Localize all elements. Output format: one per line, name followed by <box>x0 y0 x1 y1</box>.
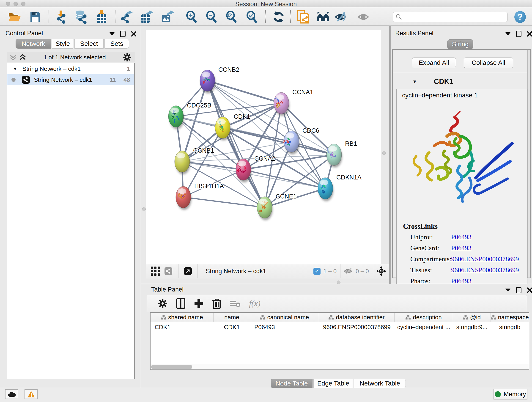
panel-menu-icon[interactable] <box>505 288 510 292</box>
crosslink-link[interactable]: 9606.ENSP00000378699 <box>451 255 519 263</box>
open-in-browser-icon[interactable] <box>184 267 192 275</box>
cell-description[interactable]: cyclin–dependent ... <box>394 322 453 332</box>
delete-column-icon[interactable] <box>212 298 221 309</box>
open-session-button[interactable] <box>8 11 21 23</box>
network-node-CDKN1A[interactable] <box>318 178 333 201</box>
cloud-sync-button[interactable] <box>5 389 18 399</box>
tab-sets[interactable]: Sets <box>104 39 129 49</box>
float-panel-icon[interactable] <box>516 31 521 37</box>
network-collection-row[interactable]: ▼ String Network – cdk1 1 <box>7 63 134 74</box>
import-network-button[interactable] <box>55 11 67 23</box>
column-header-namespace[interactable]: namespace <box>491 313 529 322</box>
close-panel-icon[interactable] <box>527 31 532 37</box>
apply-layout-button[interactable] <box>272 11 285 23</box>
crosslink-link[interactable]: 9606.ENSP00000378699 <box>451 266 519 274</box>
cell-id[interactable]: stringdb:9... <box>453 322 491 332</box>
gene-expand-icon[interactable]: ▼ <box>412 79 417 84</box>
network-node-CDC25B[interactable] <box>168 106 184 129</box>
network-node-CCNB2[interactable] <box>200 70 215 94</box>
tab-style[interactable]: Style <box>52 39 73 49</box>
collection-expand-icon[interactable]: ▼ <box>13 66 17 71</box>
expand-all-networks-icon[interactable] <box>19 53 27 61</box>
panel-splitter[interactable] <box>389 26 391 284</box>
cell-namespace[interactable]: stringdb <box>491 322 529 332</box>
table-horizontal-scrollbar[interactable] <box>151 364 529 370</box>
network-canvas[interactable]: CCNB2CCNA1CDC25BCDK1CDC6RB1CCNB1CCNA2CDK… <box>146 30 381 264</box>
zoom-in-button[interactable] <box>185 11 198 23</box>
delete-table-icon[interactable] <box>230 300 240 307</box>
column-header-name[interactable]: name <box>214 313 250 322</box>
hide-graphics-details-button[interactable] <box>335 11 348 23</box>
save-session-button[interactable] <box>29 11 42 23</box>
string-home-button[interactable] <box>317 11 329 23</box>
gene-header-row[interactable]: ▼ CDK1 <box>394 75 529 89</box>
collapse-all-button[interactable]: Collapse All <box>464 57 513 68</box>
help-button[interactable]: ? <box>514 11 526 23</box>
string-tab-icon[interactable] <box>165 267 172 275</box>
tab-network-table[interactable]: Network Table <box>354 379 406 388</box>
show-graphics-details-button[interactable] <box>357 11 370 23</box>
tab-network[interactable]: Network <box>16 39 51 49</box>
table-options-gear-icon[interactable] <box>158 299 167 308</box>
control-panel-title: Control Panel <box>6 30 43 37</box>
clone-network-button[interactable] <box>297 11 310 23</box>
tab-string[interactable]: String <box>447 39 473 49</box>
panel-menu-icon[interactable] <box>109 32 114 36</box>
network-row[interactable]: String Network – cdk1 11 48 <box>7 74 134 85</box>
splitter-handle-dot[interactable] <box>382 151 386 155</box>
zoom-out-button[interactable] <box>205 11 218 23</box>
warnings-button[interactable] <box>25 389 38 399</box>
tab-node-table[interactable]: Node Table <box>271 379 312 388</box>
toolbar-separator <box>49 10 49 23</box>
expand-all-button[interactable]: Expand All <box>412 57 456 68</box>
export-table-button[interactable] <box>141 11 153 23</box>
import-network-from-database-button[interactable] <box>75 11 88 23</box>
network-node-RB1[interactable] <box>326 144 342 167</box>
network-node-HIST1H1A[interactable] <box>176 186 191 210</box>
show-columns-icon[interactable] <box>176 298 185 309</box>
selected-checkbox-icon[interactable]: ✓ <box>313 268 321 275</box>
cell-canonical-name[interactable]: P06493 <box>250 322 319 332</box>
network-node-CCNA2[interactable] <box>236 159 251 182</box>
tab-edge-table[interactable]: Edge Table <box>313 379 353 388</box>
close-panel-icon[interactable] <box>527 287 532 293</box>
table-panel-controls <box>505 287 532 293</box>
crosslink-link[interactable]: P06493 <box>451 233 472 241</box>
network-node-CDC6[interactable] <box>283 131 299 154</box>
add-column-icon[interactable] <box>194 299 204 308</box>
cell-database-identifier[interactable]: 9606.ENSP00000378699 <box>319 322 394 332</box>
zoom-selected-button[interactable] <box>245 11 258 23</box>
panel-menu-icon[interactable] <box>505 32 510 36</box>
tab-select[interactable]: Select <box>75 39 104 49</box>
column-header-description[interactable]: description <box>394 313 453 322</box>
zoom-fit-button[interactable] <box>225 11 238 23</box>
float-panel-icon[interactable] <box>516 287 521 293</box>
node-label-CDC25B: CDC25B <box>187 102 211 109</box>
splitter-handle-dot[interactable] <box>142 207 146 211</box>
float-panel-icon[interactable] <box>120 31 126 37</box>
cell-shared-name[interactable]: CDK1 <box>151 322 214 332</box>
scrollbar-thumb[interactable] <box>151 365 192 369</box>
export-image-button[interactable] <box>161 11 174 23</box>
function-builder-button[interactable]: f(x) <box>249 299 260 308</box>
close-panel-icon[interactable] <box>131 31 137 37</box>
column-header-id[interactable]: @id <box>453 313 491 322</box>
hidden-eye-slash-icon[interactable] <box>344 267 353 275</box>
crosslink-link[interactable]: P06493 <box>451 244 472 252</box>
column-header-shared-name[interactable]: shared name <box>151 313 214 322</box>
collapse-all-networks-icon[interactable] <box>9 53 17 61</box>
column-header-database-identifier[interactable]: database identifier <box>319 313 394 322</box>
import-table-button[interactable] <box>95 11 108 23</box>
column-header-canonical-name[interactable]: canonical name <box>250 313 319 322</box>
search-input[interactable] <box>404 14 502 20</box>
table-row[interactable]: CDK1 CDK1 P06493 9606.ENSP00000378699 cy… <box>151 322 529 332</box>
cell-name[interactable]: CDK1 <box>214 322 250 332</box>
network-options-gear-icon[interactable] <box>123 53 132 62</box>
birds-eye-grid-icon[interactable] <box>150 266 160 276</box>
results-scrollbar[interactable] <box>527 50 530 278</box>
memory-button[interactable]: Memory <box>494 389 527 400</box>
network-node-CCNB1[interactable] <box>175 151 190 174</box>
network-node-CCNE1[interactable] <box>257 197 273 220</box>
export-network-button[interactable] <box>120 11 133 23</box>
pan-crosshair-icon[interactable] <box>376 266 386 276</box>
